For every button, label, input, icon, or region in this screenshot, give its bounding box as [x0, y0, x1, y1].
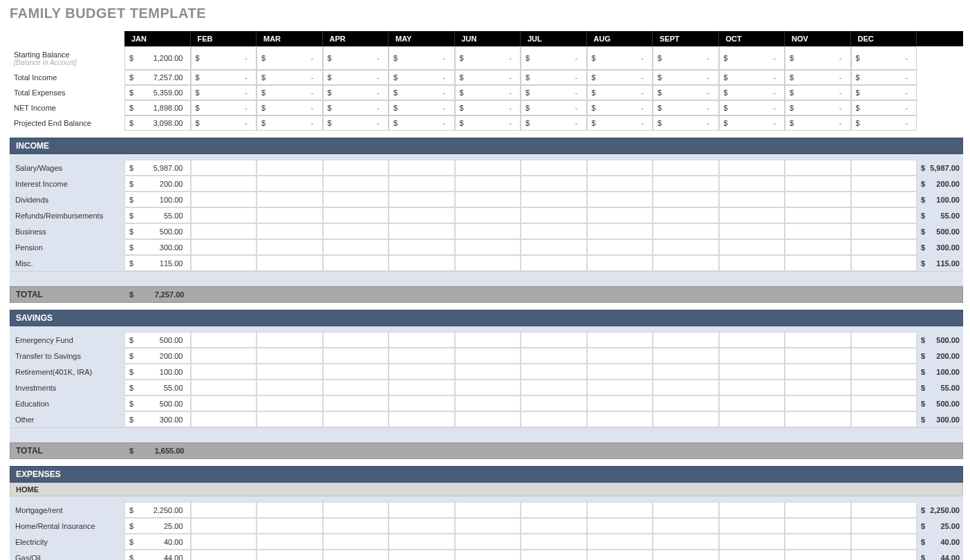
detail-cell[interactable] [191, 160, 257, 176]
detail-cell[interactable] [521, 364, 587, 380]
detail-cell[interactable] [851, 207, 917, 223]
detail-cell[interactable] [587, 550, 653, 560]
detail-cell[interactable] [257, 223, 323, 239]
detail-cell[interactable] [191, 364, 257, 380]
detail-cell[interactable] [257, 364, 323, 380]
summary-cell[interactable]: $- [719, 115, 785, 131]
detail-cell[interactable] [191, 518, 257, 534]
detail-cell[interactable] [851, 239, 917, 255]
detail-cell[interactable] [389, 255, 455, 271]
detail-cell[interactable] [719, 348, 785, 364]
detail-cell[interactable] [323, 255, 389, 271]
detail-cell[interactable] [323, 534, 389, 550]
summary-cell[interactable]: $- [719, 100, 785, 115]
detail-cell[interactable] [455, 223, 521, 239]
detail-cell[interactable]: $300.00 [124, 239, 191, 255]
detail-cell[interactable] [587, 255, 653, 271]
summary-cell[interactable]: $- [389, 85, 455, 100]
detail-cell[interactable] [521, 348, 587, 364]
detail-cell[interactable] [653, 176, 719, 192]
summary-cell[interactable]: $- [389, 100, 455, 115]
detail-cell[interactable] [587, 239, 653, 255]
detail-cell[interactable] [587, 380, 653, 395]
detail-cell[interactable] [653, 364, 719, 380]
detail-cell[interactable] [719, 395, 785, 411]
detail-cell[interactable] [785, 160, 851, 176]
detail-cell[interactable] [587, 502, 653, 518]
summary-cell[interactable]: $- [785, 100, 851, 115]
detail-cell[interactable] [323, 395, 389, 411]
detail-cell[interactable] [521, 332, 587, 348]
detail-cell[interactable] [785, 502, 851, 518]
detail-cell[interactable] [257, 380, 323, 395]
detail-cell[interactable] [257, 192, 323, 207]
detail-cell[interactable] [257, 518, 323, 534]
detail-cell[interactable] [719, 239, 785, 255]
detail-cell[interactable] [653, 239, 719, 255]
detail-cell[interactable] [851, 411, 917, 427]
detail-cell[interactable] [455, 239, 521, 255]
detail-cell[interactable] [587, 332, 653, 348]
detail-cell[interactable] [389, 348, 455, 364]
summary-cell[interactable]: $- [587, 46, 653, 70]
detail-cell[interactable] [389, 176, 455, 192]
detail-cell[interactable] [257, 395, 323, 411]
detail-cell[interactable] [851, 518, 917, 534]
detail-cell[interactable]: $2,250.00 [124, 502, 191, 518]
detail-cell[interactable] [323, 380, 389, 395]
summary-cell[interactable]: $- [455, 115, 521, 131]
summary-cell[interactable]: $- [719, 46, 785, 70]
summary-cell[interactable]: $1,898.00 [124, 100, 191, 115]
summary-cell[interactable]: $- [455, 46, 521, 70]
detail-cell[interactable] [521, 380, 587, 395]
detail-cell[interactable] [389, 411, 455, 427]
detail-cell[interactable] [389, 395, 455, 411]
detail-cell[interactable] [851, 534, 917, 550]
summary-cell[interactable]: $- [653, 100, 719, 115]
detail-cell[interactable] [191, 550, 257, 560]
detail-cell[interactable] [521, 411, 587, 427]
detail-cell[interactable] [653, 255, 719, 271]
detail-cell[interactable] [587, 192, 653, 207]
detail-cell[interactable]: $200.00 [124, 348, 191, 364]
detail-cell[interactable] [785, 192, 851, 207]
detail-cell[interactable] [389, 207, 455, 223]
detail-cell[interactable] [653, 550, 719, 560]
summary-cell[interactable]: $- [257, 46, 323, 70]
summary-cell[interactable]: $- [653, 85, 719, 100]
detail-cell[interactable] [323, 176, 389, 192]
summary-cell[interactable]: $- [851, 46, 917, 70]
detail-cell[interactable]: $100.00 [124, 192, 191, 207]
summary-cell[interactable]: $- [719, 85, 785, 100]
detail-cell[interactable] [719, 411, 785, 427]
detail-cell[interactable] [521, 550, 587, 560]
detail-cell[interactable] [785, 518, 851, 534]
detail-cell[interactable] [785, 255, 851, 271]
detail-cell[interactable] [587, 364, 653, 380]
summary-cell[interactable]: $- [191, 115, 257, 131]
detail-cell[interactable] [785, 380, 851, 395]
summary-cell[interactable]: $7,257.00 [124, 70, 191, 85]
detail-cell[interactable] [719, 534, 785, 550]
summary-cell[interactable]: $- [785, 115, 851, 131]
detail-cell[interactable] [785, 207, 851, 223]
detail-cell[interactable] [719, 160, 785, 176]
detail-cell[interactable] [587, 207, 653, 223]
summary-cell[interactable]: $- [653, 46, 719, 70]
detail-cell[interactable] [785, 411, 851, 427]
detail-cell[interactable] [851, 550, 917, 560]
summary-cell[interactable]: $- [191, 46, 257, 70]
summary-cell[interactable]: $- [455, 85, 521, 100]
detail-cell[interactable] [785, 534, 851, 550]
detail-cell[interactable] [851, 255, 917, 271]
detail-cell[interactable] [719, 332, 785, 348]
detail-cell[interactable] [521, 160, 587, 176]
detail-cell[interactable] [521, 192, 587, 207]
detail-cell[interactable] [587, 534, 653, 550]
summary-cell[interactable]: $- [719, 70, 785, 85]
detail-cell[interactable] [257, 255, 323, 271]
detail-cell[interactable] [455, 395, 521, 411]
detail-cell[interactable] [851, 395, 917, 411]
summary-cell[interactable]: $- [389, 70, 455, 85]
detail-cell[interactable] [521, 502, 587, 518]
